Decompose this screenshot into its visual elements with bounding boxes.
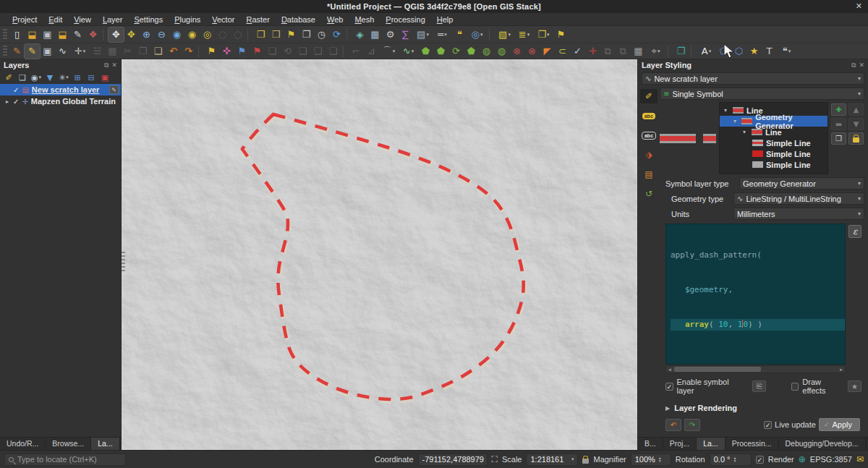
copy-paste-style-icon[interactable]: ❐ bbox=[673, 44, 689, 59]
add-ring-icon[interactable]: ◍ bbox=[479, 44, 494, 59]
menu-view[interactable]: View bbox=[69, 14, 96, 25]
style-manager-icon[interactable]: ❖ bbox=[85, 27, 101, 42]
add-symbol-layer-button[interactable]: ✚ bbox=[831, 103, 846, 116]
remove-symbol-layer-button[interactable]: ▬ bbox=[831, 118, 846, 130]
attribute-table-icon[interactable]: ▤▾ bbox=[413, 27, 433, 42]
menu-database[interactable]: Database bbox=[276, 14, 320, 25]
extent-icon[interactable]: ⛶ bbox=[492, 454, 498, 464]
dock-tab-la[interactable]: La... bbox=[697, 438, 725, 450]
symbol-layer-type-select[interactable]: Geometry Generator ▾ bbox=[739, 177, 864, 190]
statistics-icon[interactable]: ∑ bbox=[398, 27, 413, 42]
enable-symbol-layer-checkbox[interactable] bbox=[665, 383, 673, 391]
split-features-icon[interactable]: ✓ bbox=[570, 44, 585, 59]
data-defined-override-icon[interactable]: ⎘ bbox=[752, 380, 766, 392]
delete-ring-icon[interactable]: ⊗ bbox=[509, 44, 524, 59]
temporal-controller-icon[interactable]: ◷ bbox=[314, 27, 329, 42]
scale-select[interactable]: 1:218161 ▾ bbox=[526, 454, 578, 466]
new-print-layout-icon[interactable]: ✎ bbox=[70, 27, 85, 42]
collapse-all-icon[interactable]: ⊟ bbox=[85, 72, 98, 83]
dock-tab-undor[interactable]: Undo/R... bbox=[0, 438, 46, 450]
move-up-button[interactable]: ▲ bbox=[848, 103, 864, 116]
labels-icon[interactable]: abc bbox=[640, 109, 658, 123]
expander-icon[interactable]: ▸ bbox=[4, 98, 10, 105]
layer-visibility-checkbox[interactable]: ✓ bbox=[13, 98, 19, 106]
add-line-feature-icon[interactable]: ∿ bbox=[55, 44, 70, 59]
symbol-tree-item-geometry-generator[interactable]: ▾Geometry Generator bbox=[720, 116, 827, 127]
star-annotation-icon[interactable]: ★ bbox=[746, 44, 762, 59]
current-edits-icon[interactable]: ✎ bbox=[9, 44, 25, 59]
duplicate-symbol-layer-button[interactable]: ❐ bbox=[831, 132, 846, 145]
remove-layer-icon[interactable]: ▣ bbox=[98, 72, 111, 83]
move-annotation-icon[interactable]: T bbox=[762, 44, 777, 59]
polygon-annotation-icon[interactable]: ⬠ bbox=[716, 44, 731, 59]
layer-item-new-scratch-layer[interactable]: ✓▤New scratch layer✎ bbox=[0, 84, 121, 95]
digitize-curve-icon[interactable]: ⌒▾ bbox=[379, 44, 399, 59]
rotate-feature-icon[interactable]: ⟳ bbox=[448, 44, 464, 59]
zoom-to-selection-icon[interactable]: ◉ bbox=[169, 27, 184, 42]
expression-builder-button[interactable]: ε bbox=[848, 225, 861, 238]
zoom-in-icon[interactable]: ⊕ bbox=[139, 27, 154, 42]
coordinate-input[interactable]: -791152,4788979 bbox=[418, 454, 488, 466]
delete-part-icon[interactable]: ⊗ bbox=[524, 44, 540, 59]
menu-processing[interactable]: Processing bbox=[380, 14, 430, 25]
toolbar-grip[interactable] bbox=[3, 29, 7, 41]
effects-star-icon[interactable]: ★ bbox=[848, 380, 861, 392]
menu-layer[interactable]: Layer bbox=[98, 14, 128, 25]
stream-digitizing-icon[interactable]: ∿▾ bbox=[399, 44, 418, 59]
identify-actions-icon[interactable]: ◎▾ bbox=[467, 27, 487, 42]
form-annotation-icon[interactable]: ❝▾ bbox=[777, 44, 796, 59]
select-label-icon[interactable]: ⚑ bbox=[553, 27, 569, 42]
processing-toolbox-icon[interactable]: ⚙ bbox=[383, 27, 398, 42]
scroll-left-icon[interactable]: ◂ bbox=[666, 367, 673, 373]
dock-tab-la[interactable]: La... bbox=[91, 438, 119, 450]
new-spatial-bookmark-icon[interactable]: ⚑ bbox=[284, 27, 299, 42]
text-annotation-icon[interactable]: A▾ bbox=[697, 44, 716, 59]
rotate-point-symbols-icon[interactable]: ▦ bbox=[631, 44, 646, 59]
apply-button[interactable]: ✓ Apply bbox=[819, 418, 860, 431]
layer-visibility-checkbox[interactable]: ✓ bbox=[13, 86, 19, 94]
zoom-out-icon[interactable]: ⊖ bbox=[154, 27, 169, 42]
menu-edit[interactable]: Edit bbox=[43, 14, 67, 25]
add-part-icon[interactable]: ◍ bbox=[494, 44, 509, 59]
styling-layer-select[interactable]: ∿ New scratch layer ▾ bbox=[642, 72, 864, 85]
move-down-button[interactable]: ▼ bbox=[848, 118, 864, 130]
magnifier-input[interactable]: 100% ▲▼ bbox=[631, 454, 671, 466]
style-redo-button[interactable]: ↷ bbox=[684, 419, 700, 431]
menu-plugins[interactable]: Plugins bbox=[169, 14, 205, 25]
menu-vector[interactable]: Vector bbox=[207, 14, 239, 25]
dock-splitter-handle[interactable] bbox=[122, 252, 125, 272]
reshape-features-icon[interactable]: ◤ bbox=[540, 44, 555, 59]
select-by-value-icon[interactable]: ≣▾ bbox=[514, 27, 534, 42]
identify-features-icon[interactable]: ◈ bbox=[352, 27, 367, 42]
new-3d-map-view-icon[interactable]: ❒ bbox=[268, 27, 284, 42]
symbol-tree-item-simple-line[interactable]: Simple Line bbox=[720, 148, 827, 159]
menu-project[interactable]: Project bbox=[7, 14, 42, 25]
spinner-icon[interactable]: ▲▼ bbox=[658, 456, 662, 462]
crs-value[interactable]: EPSG:3857 bbox=[810, 455, 852, 464]
3d-view-icon[interactable]: ⬗ bbox=[640, 148, 658, 162]
expression-hscrollbar[interactable]: ◂ ▸ bbox=[665, 365, 846, 373]
pin-labels-icon[interactable]: ⚑ bbox=[234, 44, 250, 59]
scrollbar-handle[interactable] bbox=[674, 367, 761, 372]
symbol-tree-item-simple-line[interactable]: Simple Line bbox=[720, 137, 827, 148]
expression-editor[interactable]: apply_dash_pattern( $geometry, array( 10… bbox=[665, 224, 846, 365]
geometry-type-select[interactable]: ∿ LineString / MultiLineString ▾ bbox=[733, 192, 864, 205]
history-icon[interactable]: ↺ bbox=[640, 187, 658, 201]
diagrams-icon[interactable]: ▤ bbox=[640, 167, 658, 182]
attributes-toolbar-icon[interactable]: ▦ bbox=[367, 27, 383, 42]
pan-to-selection-icon[interactable]: ✥ bbox=[124, 27, 139, 42]
lock-color-button[interactable] bbox=[848, 132, 864, 145]
move-feature-icon[interactable]: ⬟ bbox=[418, 44, 433, 59]
spinner-icon[interactable]: ▲▼ bbox=[733, 456, 736, 462]
toggle-editing-icon[interactable]: ✎ bbox=[25, 44, 40, 59]
layer-labeling-icon[interactable]: ⚑ bbox=[204, 44, 219, 59]
expander-icon[interactable]: ▾ bbox=[724, 107, 730, 114]
undock-panel-icon[interactable]: ⧉ bbox=[851, 61, 856, 69]
close-panel-icon[interactable]: ✕ bbox=[859, 61, 864, 69]
menu-mesh[interactable]: Mesh bbox=[349, 14, 379, 25]
manage-map-themes-icon[interactable]: ◉▾ bbox=[30, 72, 43, 83]
symbol-preview-small[interactable] bbox=[703, 134, 716, 143]
messages-icon[interactable]: ✉ bbox=[856, 454, 864, 464]
new-map-view-icon[interactable]: ❒ bbox=[253, 27, 268, 42]
highlight-labels-icon[interactable]: ⚑ bbox=[250, 44, 265, 59]
